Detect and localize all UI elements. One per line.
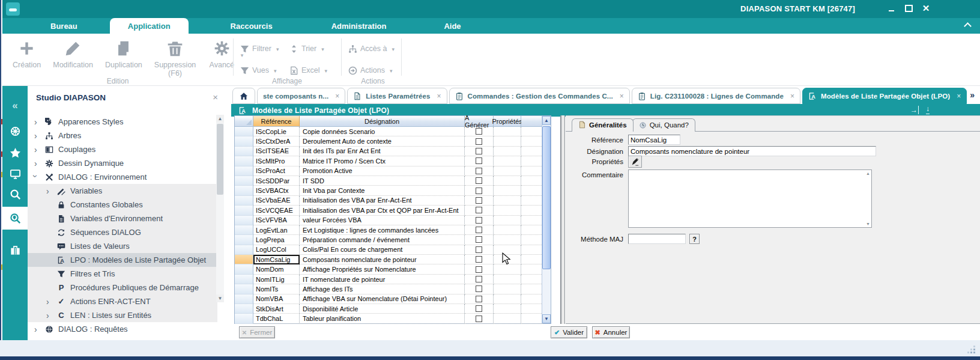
a-generer-checkbox[interactable] [476,246,482,253]
collapse-sidebar-icon[interactable]: « [2,96,28,116]
close-button[interactable]: ✕ [921,4,931,13]
close-tab-icon[interactable] [957,92,961,100]
help-button[interactable]: ? [689,234,700,244]
tree-item[interactable]: Filtres et Tris [28,267,217,281]
row-selector[interactable] [235,196,253,206]
export-icon[interactable]: ↓ [926,106,930,114]
grid-row[interactable]: TdbChaL Tableur planification [235,314,543,323]
a-generer-checkbox[interactable] [476,148,482,154]
row-selector[interactable] [235,264,253,274]
grid-row[interactable]: IScVbaEAE Initialisation des VBA par Enr… [235,196,543,206]
grid-row[interactable]: IScCopLie Copie données Scenario [235,127,543,136]
tree-item[interactable]: C LEN : Listes sur Entités [28,308,217,322]
grid-row[interactable]: IScVFVBA valeur Forcées VBA [235,216,543,225]
ribbon-button[interactable]: Duplication [102,37,145,78]
row-selector[interactable] [235,245,253,255]
a-generer-checkbox[interactable] [476,207,482,213]
valider-button[interactable]: Valider [551,326,587,338]
tree-item[interactable]: Constantes Globales [28,198,217,212]
a-generer-checkbox[interactable] [476,276,482,282]
grid-row[interactable]: IScSDDPar IT SDD [235,176,543,186]
proprietes-pen-button[interactable] [628,156,642,168]
row-selector[interactable] [235,314,253,323]
tree-item[interactable]: Séquences DIALOG [28,225,217,239]
close-tab-icon[interactable] [437,92,441,100]
expand-chevron-icon[interactable] [34,119,40,125]
a-generer-checkbox[interactable] [476,285,482,292]
document-tab[interactable]: Commandes : Gestion des Commandes C... [449,88,630,104]
annuler-button[interactable]: Annuler [592,326,630,338]
document-tab[interactable]: Listes Paramétrées [347,88,447,104]
dropdown-arrow-icon[interactable] [319,44,324,53]
tree-item[interactable]: ✓ Actions ENR-ACT-ENT [28,294,217,308]
pin-panel-icon[interactable]: → [910,106,919,114]
dropdown-arrow-icon[interactable] [388,66,393,75]
tree-item[interactable]: P Procédures Publiques de Démarrage [28,281,217,294]
document-tab[interactable]: ste composants n... [257,88,345,104]
close-tab-icon[interactable] [620,92,624,100]
studio-search-pin-icon[interactable] [2,207,28,230]
tree-item[interactable]: DIALOG : Environnement [28,170,217,184]
ribbon-button[interactable]: Suppression (F6) [151,37,199,78]
ribbon-button[interactable]: Modification [50,37,96,78]
column-header-designation[interactable]: Désignation [300,116,465,127]
grid-row[interactable]: IScMItPro Matrice IT Promo / Scen Ctx [235,156,543,166]
tree-item[interactable]: Couplages [28,142,217,156]
expand-chevron-icon[interactable] [34,174,40,180]
column-header-reference[interactable]: Référence [253,116,300,127]
grid-row[interactable]: IScITSEAE Init des ITs par Enr Act Ent [235,147,543,156]
grid-row[interactable]: NomVBA Affichage VBA sur Nomenclature (D… [235,294,543,304]
a-generer-checkbox[interactable] [476,197,482,204]
row-selector[interactable] [235,176,253,186]
row-selector[interactable] [235,136,253,146]
grid-row[interactable]: LogEvtLan Evt Logistique : lignes de com… [235,225,543,235]
row-selector[interactable] [235,206,253,215]
scroll-up-icon[interactable]: ▲ [542,116,551,125]
minimize-button[interactable] [886,4,896,13]
ribbon-dropdown-button[interactable]: Trier [289,41,336,56]
search-icon[interactable] [2,184,28,204]
ribbon-dropdown-button[interactable]: Excel [289,63,336,78]
row-selector[interactable] [235,186,253,195]
detail-tab[interactable]: Généralités [572,118,634,132]
expand-chevron-icon[interactable] [34,326,40,332]
collapse-ribbon-icon[interactable] [964,22,972,30]
scrollbar-thumb[interactable] [542,126,551,269]
tree-item[interactable]: DIALOG : Requêtes [28,322,217,336]
expand-chevron-icon[interactable] [46,188,52,194]
designation-input[interactable] [628,146,876,156]
grid-row[interactable]: NomITs Affichage des ITs [235,284,543,294]
row-selector[interactable] [235,147,253,156]
document-tab[interactable]: Lig. C231100028 : Lignes de Commande [632,88,800,104]
ribbon-dropdown-button[interactable]: Vues [240,63,288,78]
select-all-corner[interactable] [235,116,253,127]
scrollbar-thumb[interactable] [217,124,223,195]
grid-row[interactable]: IScVBACtx Init Vba par Contexte [235,186,543,195]
tree-item[interactable]: Variables d'Environnement [28,212,217,225]
tree-item[interactable]: LPO : Modèles de Liste Partagée Objet [28,253,217,267]
scroll-down-icon[interactable]: ▼ [216,294,224,302]
grid-row[interactable]: NomDom Affichage Propriétés sur Nomencla… [235,264,543,274]
a-generer-checkbox[interactable] [476,236,482,243]
menu-item[interactable]: Aide [427,18,477,34]
resize-grip[interactable] [968,346,975,353]
tree-item[interactable]: Listes de Valeurs [28,239,217,253]
scroll-down-icon[interactable]: ▼ [866,222,870,226]
scroll-up-icon[interactable]: ▲ [216,115,224,123]
expand-chevron-icon[interactable] [46,299,52,305]
a-generer-checkbox[interactable] [476,177,482,184]
dropdown-arrow-icon[interactable] [390,44,395,53]
grid-row[interactable]: LogPrepa Préparation commande / événemen… [235,235,543,245]
a-generer-checkbox[interactable] [476,227,482,233]
grid-row[interactable]: IScVCQEAE Initialisation des VBA par Ctx… [235,206,543,215]
a-generer-checkbox[interactable] [476,128,482,135]
tree-item[interactable]: Dessin Dynamique [28,156,217,170]
grid-row[interactable]: IScCtxDerA Deroulement Auto de contexte [235,136,543,146]
methode-maj-input[interactable] [628,234,686,244]
ribbon-button[interactable]: Création [10,37,44,78]
close-tab-icon[interactable] [335,92,339,100]
row-selector[interactable] [235,225,253,235]
ribbon-dropdown-button[interactable]: Accès à [348,41,399,56]
tree-item[interactable]: Apparences Styles [28,115,217,129]
menu-item[interactable]: Bureau [34,18,94,34]
